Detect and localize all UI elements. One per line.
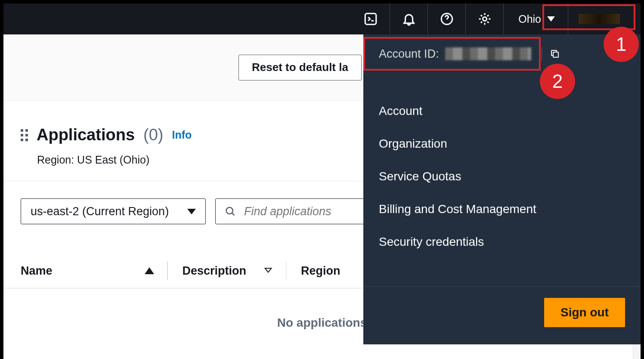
region-filter-label: us-east-2 (Current Region): [31, 205, 169, 218]
caret-down-icon: [547, 16, 555, 22]
account-id-redacted: [445, 47, 531, 60]
info-link[interactable]: Info: [172, 129, 192, 141]
copy-icon: [550, 49, 560, 59]
menu-item-account[interactable]: Account: [363, 95, 641, 127]
drag-handle-icon[interactable]: [21, 129, 28, 141]
menu-divider: [363, 286, 641, 287]
copy-account-id-button[interactable]: [542, 47, 560, 61]
account-id-row: Account ID:: [363, 34, 641, 73]
sort-none-icon: [263, 264, 273, 278]
sign-out-button[interactable]: Sign out: [544, 298, 625, 327]
account-id-label: Account ID:: [379, 47, 439, 61]
settings-icon[interactable]: [465, 3, 503, 34]
annotation-badge-1: 1: [604, 27, 639, 62]
help-icon[interactable]: [427, 3, 465, 34]
account-dropdown: Account ID: Account Organization Service…: [363, 34, 641, 344]
menu-item-service-quotas[interactable]: Service Quotas: [363, 160, 641, 193]
svg-point-3: [226, 207, 233, 214]
account-menu-items: Account Organization Service Quotas Bill…: [363, 73, 641, 276]
chevron-down-icon: [187, 209, 196, 214]
sort-ascending-icon: [145, 267, 154, 274]
applications-count: (0): [143, 126, 163, 144]
reset-layout-button[interactable]: Reset to default la: [238, 55, 362, 80]
annotation-badge-2: 2: [540, 64, 575, 99]
column-description[interactable]: Description: [183, 261, 286, 280]
region-selector[interactable]: Ohio: [503, 3, 568, 34]
region-filter-select[interactable]: us-east-2 (Current Region): [21, 198, 206, 224]
notifications-icon[interactable]: [390, 3, 427, 34]
search-icon: [224, 205, 236, 217]
svg-point-2: [483, 17, 486, 21]
account-name-redacted: [579, 14, 620, 24]
menu-item-security-credentials[interactable]: Security credentials: [363, 226, 641, 258]
cloudshell-icon[interactable]: [352, 3, 390, 34]
column-divider: [167, 261, 168, 280]
column-name[interactable]: Name: [21, 261, 167, 280]
applications-title: Applications: [37, 126, 135, 144]
menu-item-billing[interactable]: Billing and Cost Management: [363, 193, 641, 226]
column-divider: [286, 261, 287, 280]
top-nav: Ohio: [3, 3, 641, 34]
svg-rect-4: [553, 52, 558, 57]
region-label: Ohio: [518, 13, 541, 25]
menu-item-organization[interactable]: Organization: [363, 127, 641, 160]
